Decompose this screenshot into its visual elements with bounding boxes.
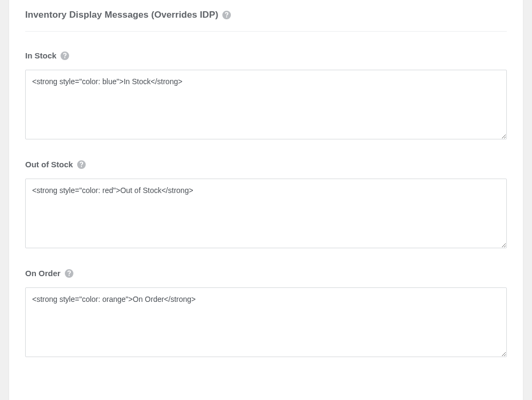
on-order-label: On Order <box>25 269 61 278</box>
help-icon[interactable] <box>65 269 73 278</box>
field-out-of-stock: Out of Stock <box>25 160 507 250</box>
field-in-stock: In Stock <box>25 51 507 142</box>
section-title: Inventory Display Messages (Overrides ID… <box>25 10 218 20</box>
settings-panel: Inventory Display Messages (Overrides ID… <box>9 0 523 400</box>
on-order-textarea[interactable] <box>25 287 507 357</box>
section-header: Inventory Display Messages (Overrides ID… <box>25 0 507 32</box>
help-icon[interactable] <box>222 11 231 19</box>
field-on-order: On Order <box>25 269 507 359</box>
out-of-stock-label: Out of Stock <box>25 160 73 169</box>
field-label-row: In Stock <box>25 51 507 60</box>
in-stock-label: In Stock <box>25 51 56 60</box>
field-label-row: Out of Stock <box>25 160 507 169</box>
field-label-row: On Order <box>25 269 507 278</box>
help-icon[interactable] <box>77 160 86 169</box>
help-icon[interactable] <box>61 51 69 60</box>
out-of-stock-textarea[interactable] <box>25 179 507 248</box>
in-stock-textarea[interactable] <box>25 70 507 139</box>
